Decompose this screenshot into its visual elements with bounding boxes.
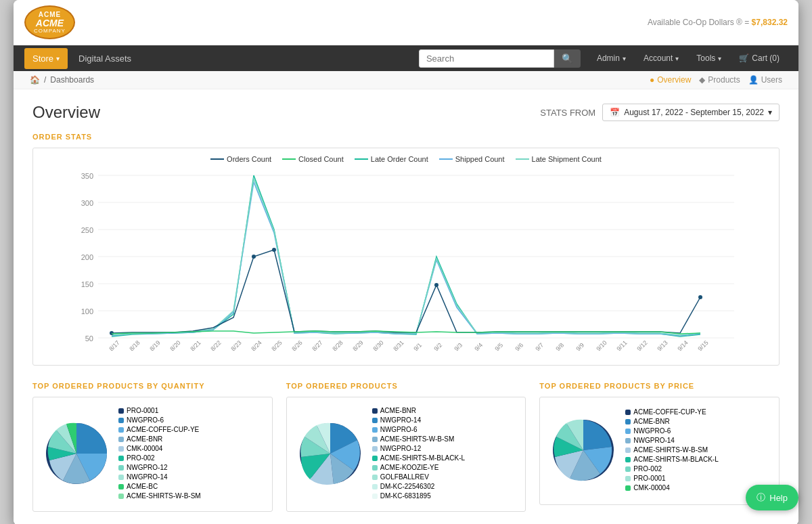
svg-text:8/19: 8/19 — [148, 339, 161, 352]
breadcrumb-links: ● Overview ◆ Products 👤 Users — [650, 75, 782, 85]
svg-text:9/7: 9/7 — [534, 341, 545, 352]
svg-text:9/12: 9/12 — [635, 339, 648, 352]
search-input[interactable] — [419, 49, 554, 68]
svg-text:8/25: 8/25 — [270, 339, 283, 352]
pie3-title: TOP ORDERED PRODUCTS BY PRICE — [539, 382, 780, 390]
breadcrumb: 🏠 / Dashboards — [30, 75, 94, 85]
logo: ACME ACME COMPANY — [24, 5, 75, 39]
breadcrumb-products[interactable]: ◆ Products — [699, 75, 740, 85]
svg-text:50: 50 — [85, 334, 93, 343]
nav-store[interactable]: Store ▾ — [24, 48, 68, 69]
chart-svg: 350 300 250 200 150 100 50 — [40, 169, 772, 358]
page-title: Overview — [32, 103, 100, 122]
svg-text:9/11: 9/11 — [615, 339, 628, 352]
admin-chevron-icon: ▾ — [623, 55, 626, 62]
svg-text:300: 300 — [81, 199, 93, 207]
svg-text:350: 350 — [81, 172, 93, 180]
legend-item: CMK-00004 — [625, 484, 718, 492]
pie2-legend: ACME-BNR NWGPRO-14 NWGPRO-6 ACME-SH — [372, 407, 465, 502]
svg-text:9/6: 9/6 — [514, 341, 524, 352]
page-header: Overview STATS FROM 📅 August 17, 2022 - … — [32, 103, 780, 122]
legend-item: NWGPRO-14 — [372, 416, 465, 424]
svg-text:9/4: 9/4 — [473, 341, 484, 352]
products-icon: ◆ — [699, 75, 705, 85]
cart-icon: 🛒 — [739, 53, 749, 63]
legend-closed: Closed Count — [282, 155, 344, 163]
svg-text:9/2: 9/2 — [432, 341, 443, 352]
order-stats-chart: Orders Count Closed Count Late Order Cou… — [32, 148, 780, 366]
legend-orders: Orders Count — [210, 155, 271, 163]
legend-item: ACME-COFFE-CUP-YE — [625, 408, 718, 416]
breadcrumb-overview[interactable]: ● Overview — [650, 75, 691, 85]
chart-legend: Orders Count Closed Count Late Order Cou… — [40, 155, 772, 163]
pie-section-quantity: TOP ORDERED PRODUCTS BY QUANTITY — [32, 382, 273, 512]
overview-icon: ● — [650, 75, 654, 85]
date-range-button[interactable]: 📅 August 17, 2022 - September 15, 2022 ▾ — [602, 104, 780, 121]
help-label: Help — [769, 493, 788, 503]
svg-text:9/13: 9/13 — [656, 339, 669, 352]
svg-text:9/3: 9/3 — [453, 341, 464, 352]
coop-amount: $7,832.32 — [752, 18, 788, 27]
svg-text:9/15: 9/15 — [696, 339, 709, 352]
nav-account[interactable]: Account ▾ — [635, 48, 687, 68]
pie1-container: PRO-0001 NWGPRO-6 ACME-COFFE-CUP-YE — [32, 397, 273, 512]
legend-item: ACME-SHIRTS-W-B-SM — [372, 435, 465, 443]
nav-digital-assets[interactable]: Digital Assets — [70, 48, 139, 69]
svg-point-45 — [252, 255, 256, 259]
svg-text:200: 200 — [81, 253, 93, 261]
tools-chevron-icon: ▾ — [718, 55, 721, 62]
legend-item: CMK-00004 — [118, 445, 201, 452]
pie3-legend: ACME-COFFE-CUP-YE ACME-BNR NWGPRO-6 — [625, 408, 718, 494]
svg-text:100: 100 — [81, 307, 93, 315]
bottom-section: TOP ORDERED PRODUCTS BY QUANTITY — [32, 382, 780, 512]
help-button[interactable]: ⓘ Help — [746, 485, 798, 510]
legend-item: ACME-BNR — [372, 407, 465, 414]
legend-late-shipment: Late Shipment Count — [516, 155, 602, 163]
search-button[interactable]: 🔍 — [554, 49, 581, 68]
logo-main: ACME — [36, 18, 64, 28]
legend-item: NWGPRO-6 — [372, 426, 465, 433]
users-icon: 👤 — [748, 75, 759, 85]
pie1-title: TOP ORDERED PRODUCTS BY QUANTITY — [32, 382, 273, 390]
nav-tools[interactable]: Tools ▾ — [688, 48, 729, 68]
legend-item: ACME-SHIRTS-W-B-SM — [625, 446, 718, 454]
account-chevron-icon: ▾ — [675, 55, 679, 62]
help-icon: ⓘ — [757, 492, 765, 504]
legend-item: ACME-BNR — [118, 435, 201, 443]
svg-text:9/10: 9/10 — [595, 339, 608, 352]
legend-shipped-dot — [439, 158, 453, 160]
top-bar: ACME ACME COMPANY Available Co-Op Dollar… — [14, 0, 798, 45]
svg-point-48 — [698, 295, 702, 299]
legend-item: NWGPRO-12 — [372, 445, 465, 452]
svg-text:9/8: 9/8 — [554, 341, 565, 352]
logo-sub: COMPANY — [34, 28, 66, 34]
pie2-container: ACME-BNR NWGPRO-14 NWGPRO-6 ACME-SH — [286, 397, 526, 512]
legend-item: ACME-SHIRTS-M-BLACK-L — [372, 454, 465, 462]
date-range-chevron-icon: ▾ — [768, 108, 772, 117]
svg-text:8/23: 8/23 — [229, 339, 242, 352]
legend-item: NWGPRO-6 — [118, 416, 201, 424]
svg-text:9/14: 9/14 — [676, 339, 689, 352]
pie1-chart — [43, 420, 110, 489]
legend-item: PRO-002 — [118, 454, 201, 462]
svg-text:8/20: 8/20 — [168, 339, 181, 352]
svg-text:8/29: 8/29 — [351, 339, 364, 352]
legend-item: ACME-COFFE-CUP-YE — [118, 426, 201, 433]
order-stats-title: ORDER STATS — [32, 133, 780, 141]
main-content: Overview STATS FROM 📅 August 17, 2022 - … — [14, 89, 798, 524]
coop-symbol: ® = — [736, 18, 752, 27]
search-area: 🔍 — [419, 49, 581, 68]
logo-oval: ACME ACME COMPANY — [24, 5, 75, 39]
legend-item: NWGPRO-6 — [625, 427, 718, 435]
nav-admin[interactable]: Admin ▾ — [589, 48, 634, 68]
svg-text:8/27: 8/27 — [311, 339, 323, 352]
breadcrumb-users[interactable]: 👤 Users — [748, 75, 782, 85]
legend-item: NWGPRO-14 — [118, 473, 201, 481]
home-icon[interactable]: 🏠 — [30, 75, 40, 85]
pie2-chart — [296, 420, 364, 489]
legend-item: ACME-SHIRTS-M-BLACK-L — [625, 456, 718, 463]
nav-cart[interactable]: 🛒 Cart (0) — [731, 48, 788, 68]
pie-section-price: TOP ORDERED PRODUCTS BY PRICE — [539, 382, 780, 512]
legend-late-shipment-dot — [516, 158, 529, 160]
svg-point-47 — [434, 283, 438, 287]
